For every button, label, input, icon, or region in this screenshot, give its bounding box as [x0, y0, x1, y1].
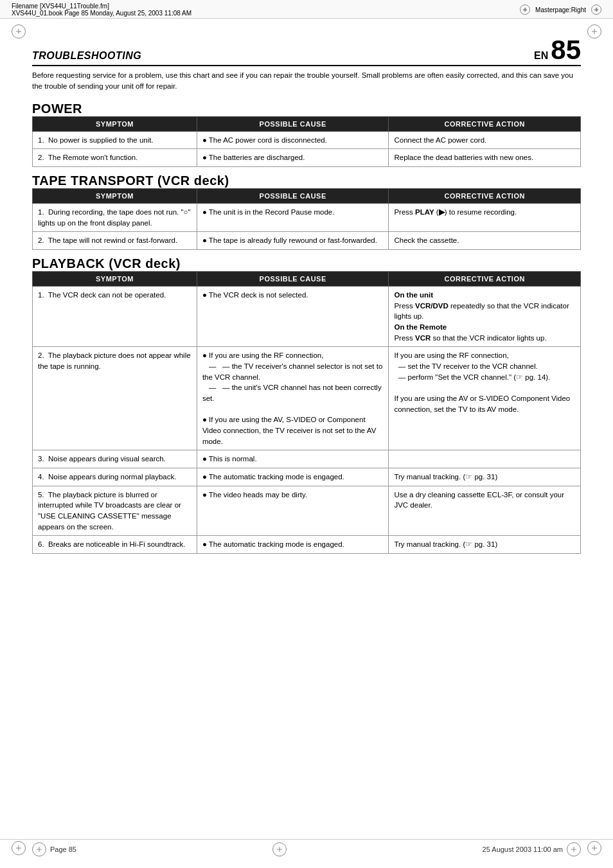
playback-table: SYMPTOM POSSIBLE CAUSE CORRECTIVE ACTION…: [32, 271, 581, 554]
power-col-cause: POSSIBLE CAUSE: [197, 116, 389, 131]
tape-transport-section-title: TAPE TRANSPORT (VCR deck): [32, 173, 581, 188]
power-row1-symptom: 1. No power is supplied to the unit.: [33, 131, 197, 149]
page: Filename [XVS44U_11Trouble.fm] XVS44U_01…: [0, 0, 613, 868]
playback-row2-symptom: 2. The playback picture does not appear …: [33, 347, 197, 450]
playback-row3-cause: ● This is normal.: [197, 450, 389, 468]
table-row: 1. The VCR deck can not be operated. ● T…: [33, 286, 581, 346]
tape-row2-cause: ● The tape is already fully rewound or f…: [197, 232, 389, 250]
playback-row2-action: If you are using the RF connection, — se…: [389, 347, 581, 450]
table-row: 2. The Remote won't function. ● The batt…: [33, 149, 581, 167]
subline-label: XVS44U_01.book Page 85 Monday, August 25…: [12, 10, 191, 17]
power-row1-action: Connect the AC power cord.: [389, 131, 581, 149]
footer-date-label: 25 August 2003 11:00 am: [483, 846, 563, 853]
power-col-action: CORRECTIVE ACTION: [389, 116, 581, 131]
top-meta-bar: Filename [XVS44U_11Trouble.fm] XVS44U_01…: [0, 0, 613, 19]
page-number: 85: [551, 37, 581, 64]
tape-transport-section: TAPE TRANSPORT (VCR deck) SYMPTOM POSSIB…: [32, 173, 581, 250]
playback-section: PLAYBACK (VCR deck) SYMPTOM POSSIBLE CAU…: [32, 256, 581, 554]
page-footer: Page 85 25 August 2003 11:00 am: [0, 839, 613, 856]
power-section-title: POWER: [32, 102, 581, 116]
masterpage-crosshair2: [591, 4, 601, 15]
playback-col-action: CORRECTIVE ACTION: [389, 271, 581, 286]
playback-row6-cause: ● The automatic tracking mode is engaged…: [197, 536, 389, 554]
playback-col-cause: POSSIBLE CAUSE: [197, 271, 389, 286]
tape-col-cause: POSSIBLE CAUSE: [197, 188, 389, 203]
tape-col-symptom: SYMPTOM: [33, 188, 197, 203]
playback-row5-symptom: 5. The playback picture is blurred or in…: [33, 486, 197, 536]
playback-row3-symptom: 3. Noise appears during visual search.: [33, 450, 197, 468]
power-row2-symptom: 2. The Remote won't function.: [33, 149, 197, 167]
tape-row1-action: Press PLAY (▶) to resume recording.: [389, 203, 581, 231]
power-col-symptom: SYMPTOM: [33, 116, 197, 131]
playback-row1-cause: ● The VCR deck is not selected.: [197, 286, 389, 346]
playback-row4-cause: ● The automatic tracking mode is engaged…: [197, 468, 389, 486]
tape-row1-symptom: 1. During recording, the tape does not r…: [33, 203, 197, 231]
table-row: 1. During recording, the tape does not r…: [33, 203, 581, 231]
playback-row2-cause: ● If you are using the RF connection, — …: [197, 347, 389, 450]
playback-col-symptom: SYMPTOM: [33, 271, 197, 286]
tape-transport-table: SYMPTOM POSSIBLE CAUSE CORRECTIVE ACTION…: [32, 188, 581, 250]
masterpage-label: Masterpage:Right: [535, 6, 586, 13]
table-row: 3. Noise appears during visual search. ●…: [33, 450, 581, 468]
playback-row6-action: Try manual tracking. (☞ pg. 31): [389, 536, 581, 554]
playback-row4-symptom: 4. Noise appears during normal playback.: [33, 468, 197, 486]
playback-row4-action: Try manual tracking. (☞ pg. 31): [389, 468, 581, 486]
tape-col-action: CORRECTIVE ACTION: [389, 188, 581, 203]
tape-row2-action: Check the cassette.: [389, 232, 581, 250]
table-row: 2. The tape will not rewind or fast-forw…: [33, 232, 581, 250]
power-row1-cause: ● The AC power cord is disconnected.: [197, 131, 389, 149]
playback-row6-symptom: 6. Breaks are noticeable in Hi-Fi soundt…: [33, 536, 197, 554]
playback-row3-action: [389, 450, 581, 468]
intro-paragraph: Before requesting service for a problem,…: [32, 70, 581, 93]
playback-row1-symptom: 1. The VCR deck can not be operated.: [33, 286, 197, 346]
footer-page-label: Page 85: [50, 846, 76, 853]
table-row: 4. Noise appears during normal playback.…: [33, 468, 581, 486]
table-row: 5. The playback picture is blurred or in…: [33, 486, 581, 536]
footer-reg-mark-left: [32, 842, 46, 856]
playback-row5-action: Use a dry cleaning cassette ECL-3F, or c…: [389, 486, 581, 536]
tape-row2-symptom: 2. The tape will not rewind or fast-forw…: [33, 232, 197, 250]
en-label: EN: [534, 50, 548, 62]
filename-label: Filename [XVS44U_11Trouble.fm]: [12, 3, 191, 10]
power-table: SYMPTOM POSSIBLE CAUSE CORRECTIVE ACTION…: [32, 116, 581, 167]
page-header: TROUBLESHOOTING EN 85: [32, 37, 581, 66]
masterpage-crosshair: [520, 4, 530, 15]
table-row: 6. Breaks are noticeable in Hi-Fi soundt…: [33, 536, 581, 554]
tape-row1-cause: ● The unit is in the Record Pause mode.: [197, 203, 389, 231]
table-row: 1. No power is supplied to the unit. ● T…: [33, 131, 581, 149]
playback-section-title: PLAYBACK (VCR deck): [32, 256, 581, 271]
power-section: POWER SYMPTOM POSSIBLE CAUSE CORRECTIVE …: [32, 102, 581, 167]
page-title: TROUBLESHOOTING: [32, 50, 141, 62]
footer-reg-mark-right: [567, 842, 581, 856]
footer-crosshair-center: [272, 842, 287, 856]
main-content: TROUBLESHOOTING EN 85 Before requesting …: [0, 19, 613, 576]
power-row2-action: Replace the dead batteries with new ones…: [389, 149, 581, 167]
power-row2-cause: ● The batteries are discharged.: [197, 149, 389, 167]
playback-row5-cause: ● The video heads may be dirty.: [197, 486, 389, 536]
table-row: 2. The playback picture does not appear …: [33, 347, 581, 450]
playback-row1-action: On the unit Press VCR/DVD repeatedly so …: [389, 286, 581, 346]
